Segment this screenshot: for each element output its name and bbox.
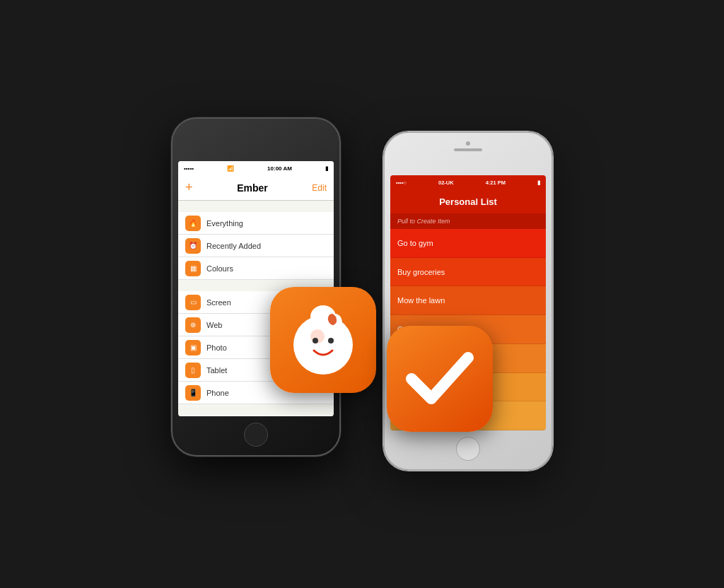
todo-item[interactable]: Mow the lawn <box>390 286 546 315</box>
wifi-indicator: 📶 <box>227 165 234 172</box>
list-item[interactable]: 🔥 Everything <box>178 212 334 235</box>
list-item[interactable]: ⊞ Recent <box>178 416 334 416</box>
everything-icon: 🔥 <box>185 216 201 231</box>
list-item[interactable]: ⏰ Recently Added <box>178 235 334 257</box>
svg-point-5 <box>328 338 334 343</box>
left-phone-top <box>173 127 339 137</box>
photo-label: Photo <box>206 343 227 352</box>
todo-item[interactable]: Go to gym <box>390 229 546 258</box>
todo-nav-bar: Personal List <box>390 189 546 213</box>
svg-point-4 <box>313 338 318 343</box>
todo-carrier: 02-UK <box>438 180 454 186</box>
tablet-icon: ▯ <box>185 363 201 378</box>
left-camera <box>254 127 258 131</box>
ember-section-1: 🔥 Everything ⏰ Recently Added ▦ Colours <box>178 212 334 280</box>
pull-to-create-bar: Pull to Create Item <box>390 213 546 229</box>
todo-time: 4:21 PM <box>486 180 506 186</box>
web-icon: ⊕ <box>185 317 201 333</box>
ember-title: Ember <box>237 182 268 194</box>
colours-icon: ▦ <box>185 261 201 276</box>
right-home-button[interactable] <box>456 437 480 461</box>
time-display: 10:00 AM <box>267 165 292 172</box>
screen-icon: ▭ <box>185 295 201 310</box>
ember-mascot-svg <box>284 301 362 379</box>
recently-added-label: Recently Added <box>206 242 261 250</box>
screen-label: Screen <box>206 298 231 307</box>
todo-nav-title: Personal List <box>439 196 497 207</box>
todo-status-bar: ••••○ 02-UK 4:21 PM ▮ <box>390 175 546 189</box>
phone-label: Phone <box>206 389 229 397</box>
todo-item-text: Go to gym <box>397 239 433 247</box>
right-speaker <box>454 148 482 151</box>
left-home-button[interactable] <box>244 423 268 447</box>
phone-icon: 📱 <box>185 385 201 401</box>
todo-signal: ••••○ <box>396 180 407 186</box>
ember-status-bar: ••••• 📶 10:00 AM ▮ <box>178 161 334 175</box>
checkmark-svg <box>404 347 475 411</box>
ember-nav-bar: + Ember Edit <box>178 175 334 201</box>
scene: ••••• 📶 10:00 AM ▮ + Ember Edit <box>0 0 724 588</box>
list-item[interactable]: ▦ Colours <box>178 257 334 280</box>
right-phone-wrapper: ••••○ 02-UK 4:21 PM ▮ Personal List Pull… <box>383 131 553 471</box>
todo-item-text: Buy groceries <box>397 268 445 276</box>
everything-label: Everything <box>206 219 243 228</box>
right-phone-top <box>385 141 551 151</box>
left-phone-wrapper: ••••• 📶 10:00 AM ▮ + Ember Edit <box>171 117 341 457</box>
todo-battery: ▮ <box>537 180 540 186</box>
ember-app-icon[interactable] <box>270 287 376 393</box>
colours-label: Colours <box>206 264 233 273</box>
recently-added-icon: ⏰ <box>185 238 201 254</box>
pull-label: Pull to Create Item <box>397 218 450 225</box>
signal-indicator: ••••• <box>184 165 194 172</box>
todo-item-text: Mow the lawn <box>397 296 445 305</box>
photo-icon: ▣ <box>185 340 201 355</box>
right-camera <box>466 141 470 146</box>
tablet-label: Tablet <box>206 366 227 375</box>
web-label: Web <box>206 321 222 329</box>
edit-button[interactable]: Edit <box>312 183 327 193</box>
left-speaker <box>242 134 270 137</box>
ember-section-3: ⊞ Recent <box>178 416 334 416</box>
battery-indicator: ▮ <box>325 165 328 172</box>
todo-app-icon[interactable] <box>387 326 493 432</box>
todo-item[interactable]: Buy groceries <box>390 258 546 287</box>
add-button[interactable]: + <box>185 180 193 195</box>
